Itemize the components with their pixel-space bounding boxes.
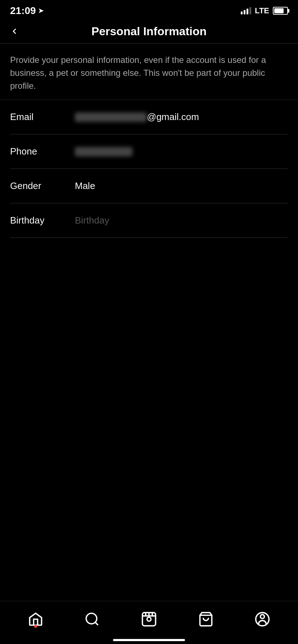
- birthday-placeholder: Birthday: [75, 215, 109, 226]
- home-indicator: [113, 639, 185, 641]
- status-bar: 21:09 ➤ LTE: [0, 0, 298, 19]
- back-button[interactable]: [10, 25, 24, 37]
- phone-row[interactable]: Phone: [10, 134, 288, 169]
- birthday-label: Birthday: [10, 215, 75, 226]
- description-text: Provide your personal information, even …: [0, 43, 298, 100]
- phone-value: [75, 147, 288, 156]
- phone-blurred: [75, 147, 132, 156]
- birthday-value: Birthday: [75, 215, 288, 226]
- home-notification-dot: [34, 625, 37, 628]
- page-title: Personal Information: [91, 25, 207, 38]
- gender-row[interactable]: Gender Male: [10, 169, 288, 203]
- signal-bar-4: [249, 7, 251, 14]
- nav-profile[interactable]: [234, 610, 291, 629]
- signal-bar-1: [241, 12, 243, 14]
- gender-value: Male: [75, 180, 288, 192]
- search-icon: [83, 610, 101, 629]
- bottom-nav: [0, 601, 298, 644]
- nav-search[interactable]: [64, 610, 121, 629]
- profile-icon: [253, 610, 272, 629]
- network-type: LTE: [255, 6, 269, 15]
- location-arrow-icon: ➤: [38, 7, 44, 15]
- email-blurred: [75, 112, 147, 122]
- email-suffix: @gmail.com: [147, 111, 199, 123]
- gender-label: Gender: [10, 180, 75, 192]
- email-row[interactable]: Email @gmail.com: [10, 100, 288, 134]
- reels-icon: [140, 610, 158, 629]
- signal-bar-2: [244, 10, 245, 14]
- shop-icon: [197, 610, 215, 629]
- nav-reels[interactable]: [121, 610, 177, 629]
- time-display: 21:09: [10, 5, 36, 17]
- signal-bars: [241, 7, 251, 14]
- svg-point-10: [261, 615, 265, 618]
- status-time: 21:09 ➤: [10, 5, 44, 17]
- svg-point-3: [147, 617, 151, 621]
- status-right: LTE: [241, 6, 288, 15]
- svg-point-0: [86, 613, 97, 624]
- header: Personal Information: [0, 19, 298, 43]
- signal-bar-3: [247, 9, 248, 14]
- battery-icon: [273, 7, 288, 15]
- form-section: Email @gmail.com Phone Gender Male Birth…: [0, 100, 298, 238]
- email-value: @gmail.com: [75, 111, 288, 123]
- svg-line-1: [95, 622, 98, 625]
- nav-home[interactable]: [7, 610, 64, 629]
- birthday-row[interactable]: Birthday Birthday: [10, 203, 288, 238]
- phone-label: Phone: [10, 146, 75, 157]
- nav-shop[interactable]: [177, 610, 234, 629]
- email-label: Email: [10, 111, 75, 123]
